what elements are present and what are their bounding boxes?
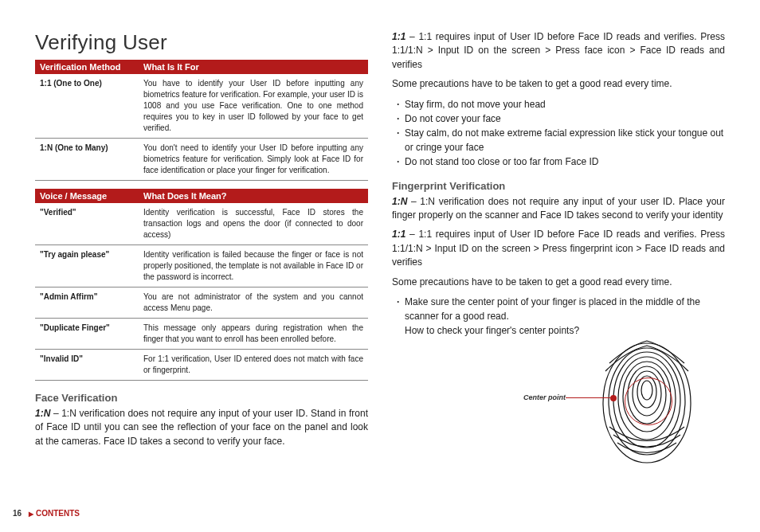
face-precautions-list: Stay firm, do not move your headDo not c… — [397, 97, 725, 169]
page-number: 16 — [13, 509, 22, 518]
row-val: You are not administrator of the system … — [139, 288, 368, 319]
voice-message-table: Voice / Message What Does It Mean? "Veri… — [35, 189, 368, 381]
table1-head2: What Is It For — [139, 60, 368, 74]
row-val: Identity verification is successful, Fac… — [139, 203, 368, 245]
table-row: "Try again please"Identity verification … — [35, 245, 368, 288]
table1-head1: Verification Method — [35, 60, 139, 74]
row-val: You have to identify your User ID before… — [139, 74, 368, 139]
center-point-circle — [625, 377, 672, 425]
table-row: "Verified"Identity verification is succe… — [35, 203, 368, 245]
row-val: This message only appears during registr… — [139, 319, 368, 350]
left-column: Verifying User Verification Method What … — [35, 30, 368, 465]
row-val: Identity verification is failed because … — [139, 245, 368, 288]
fp-1n-lead: 1:N — [392, 196, 407, 207]
list-item: Do not stand too close or too far from F… — [397, 155, 725, 169]
face-1n-text: – 1:N verification does not require any … — [35, 408, 368, 447]
list-item: Stay calm, do not make extreme facial ex… — [397, 126, 725, 155]
fingerprint-verification-heading: Fingerprint Verification — [392, 180, 725, 192]
center-point-dot — [610, 395, 617, 401]
face-1n-para: 1:N – 1:N verification does not require … — [35, 407, 368, 448]
face-precautions-text: Some precautions have to be taken to get… — [392, 77, 725, 91]
center-point-line — [566, 397, 610, 398]
right-column: 1:1 – 1:1 requires input of User ID befo… — [392, 30, 725, 465]
fp-11-lead: 1:1 — [392, 229, 405, 240]
face-11-para: 1:1 – 1:1 requires input of User ID befo… — [392, 30, 725, 72]
row-key: 1:N (One to Many) — [35, 139, 139, 181]
list-item: Do not cover your face — [397, 111, 725, 126]
footer: 16 ▶CONTENTS — [13, 509, 80, 518]
contents-link[interactable]: ▶CONTENTS — [29, 509, 80, 518]
verification-method-table: Verification Method What Is It For 1:1 (… — [35, 60, 368, 181]
row-key: "Duplicate Finger" — [35, 319, 139, 350]
face-verification-heading: Face Verification — [35, 392, 368, 404]
fp-11-para: 1:1 – 1:1 requires input of User ID befo… — [392, 228, 725, 269]
fp-11-text: – 1:1 requires input of User ID before F… — [392, 229, 725, 268]
row-key: "Verified" — [35, 203, 139, 245]
table-row: "Admin Affirm"You are not administrator … — [35, 288, 368, 319]
list-item: Stay firm, do not move your head — [397, 97, 725, 111]
fingerprint-figure: Center point — [392, 346, 725, 465]
row-val: For 1:1 verification, User ID entered do… — [139, 350, 368, 381]
face-11-lead: 1:1 — [392, 31, 405, 42]
center-point-label: Center point — [523, 393, 566, 401]
page-title: Verifying User — [35, 30, 368, 55]
fp-1n-para: 1:N – 1:N verification does not require … — [392, 195, 725, 223]
caret-right-icon: ▶ — [29, 510, 33, 518]
table-row: 1:1 (One to One)You have to identify you… — [35, 74, 368, 139]
table-row: "Duplicate Finger"This message only appe… — [35, 319, 368, 350]
fp-precautions-text: Some precautions have to be taken to get… — [392, 276, 725, 289]
fp-1n-text: – 1:N verification does not require any … — [392, 196, 725, 221]
row-key: "Admin Affirm" — [35, 288, 139, 319]
face-11-text: – 1:1 requires input of User ID before F… — [392, 31, 725, 70]
row-key: "Invalid ID" — [35, 350, 139, 381]
table-row: 1:N (One to Many)You don't need to ident… — [35, 139, 368, 181]
row-val: You don't need to identify your User ID … — [139, 139, 368, 181]
row-key: 1:1 (One to One) — [35, 74, 139, 139]
face-1n-lead: 1:N — [35, 408, 50, 419]
table-row: "Invalid ID"For 1:1 verification, User I… — [35, 350, 368, 381]
row-key: "Try again please" — [35, 245, 139, 288]
table2-head2: What Does It Mean? — [139, 189, 368, 203]
table2-head1: Voice / Message — [35, 189, 139, 203]
